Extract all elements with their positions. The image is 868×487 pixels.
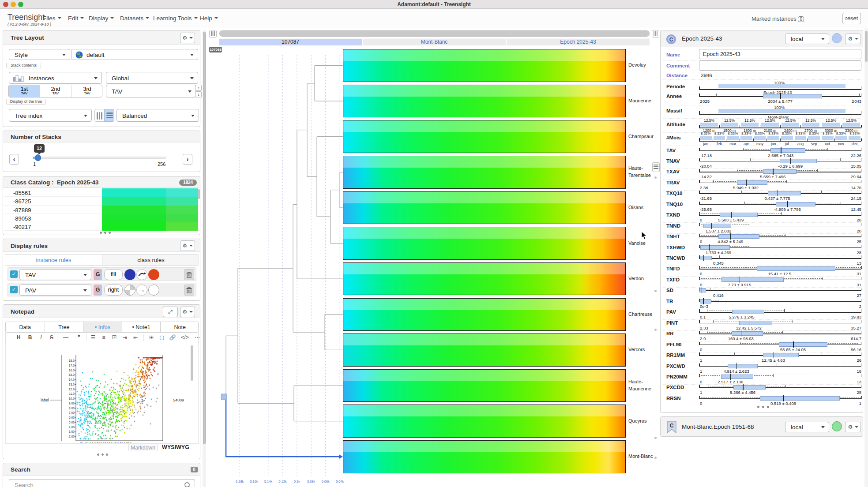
svg-text:5.18k: 5.18k (236, 480, 244, 483)
svg-text:2.00: 2.00 (69, 435, 75, 438)
svg-text:C: C (670, 423, 674, 429)
svg-text:5.00: 5.00 (69, 421, 75, 424)
svg-text:9.00: 9.00 (69, 402, 75, 405)
svg-text:3.00: 3.00 (69, 430, 75, 433)
svg-text:6.00: 6.00 (69, 416, 75, 419)
svg-text:17.0: 17.0 (69, 364, 75, 367)
svg-text:5.16k: 5.16k (250, 480, 258, 483)
svg-text:13.0: 13.0 (69, 383, 75, 386)
svg-text:5.12k: 5.12k (278, 480, 287, 483)
svg-text:C: C (669, 37, 673, 43)
svg-text:label: label (41, 398, 49, 402)
svg-text:5.1k: 5.1k (294, 480, 300, 483)
svg-text:5.14k: 5.14k (264, 480, 273, 483)
svg-text:8.00: 8.00 (69, 407, 75, 410)
svg-text:10.0: 10.0 (69, 397, 75, 400)
svg-text:5.08k: 5.08k (307, 480, 316, 483)
svg-text:12.0: 12.0 (69, 388, 75, 391)
svg-text:5.04k: 5.04k (336, 480, 344, 483)
svg-text:11.0: 11.0 (69, 392, 75, 395)
svg-text:-15 -10 -5.0 0.00 5.00 10: -15 -10 -5.0 0.00 5.00 10.0 15.0 20.0 25… (79, 442, 132, 443)
svg-text:54089: 54089 (173, 398, 184, 402)
svg-text:16.0: 16.0 (69, 369, 75, 372)
svg-text:4.00: 4.00 (69, 426, 75, 429)
svg-text:5.06k: 5.06k (322, 480, 330, 483)
svg-text:18.0: 18.0 (69, 359, 75, 362)
svg-text:14.0: 14.0 (69, 378, 75, 381)
svg-text:15.0: 15.0 (69, 373, 75, 376)
svg-text:7.00: 7.00 (69, 411, 75, 414)
